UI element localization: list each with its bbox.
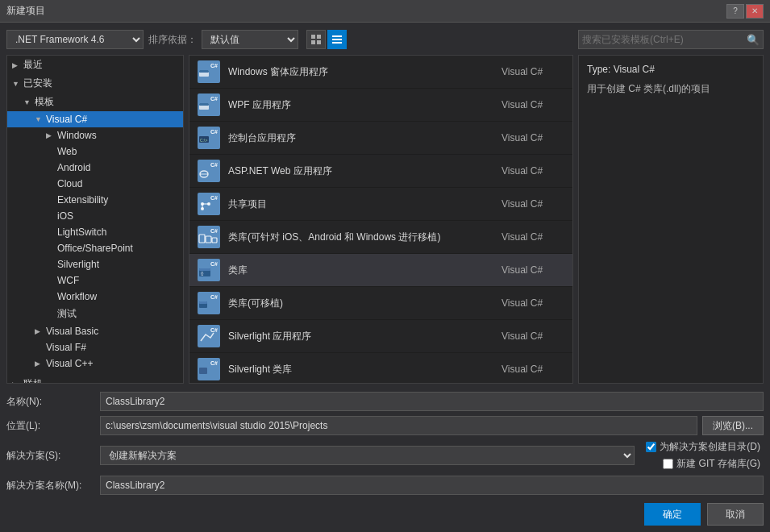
- tree-arrow-visual-cpp: [35, 360, 46, 368]
- browse-button[interactable]: 浏览(B)...: [702, 416, 764, 435]
- tree-label-android: Android: [57, 162, 90, 173]
- tree-item-android[interactable]: Android: [7, 160, 183, 176]
- template-row-windows-forms[interactable]: C# Windows 窗体应用程序 Visual C#: [189, 56, 572, 89]
- solution-select[interactable]: 创建新解决方案: [100, 446, 635, 465]
- svg-text:C#: C#: [210, 261, 218, 267]
- svg-text:C:\>: C:\>: [200, 138, 207, 143]
- template-lang-windows-forms: Visual C#: [502, 66, 566, 77]
- checkbox-git[interactable]: 新建 GIT 存储库(G): [663, 457, 760, 471]
- template-icon-windows-forms: C#: [196, 59, 222, 85]
- search-input[interactable]: [582, 34, 747, 45]
- tree-label-visual-cpp: Visual C++: [46, 358, 93, 369]
- tree-item-silverlight[interactable]: Silverlight: [7, 256, 183, 272]
- template-row-shared[interactable]: C# 共享项目 Visual C#: [189, 188, 572, 221]
- svg-rect-6: [332, 42, 342, 44]
- dialog-title: 新建项目: [6, 4, 45, 18]
- svg-text:C#: C#: [210, 96, 218, 102]
- tree-item-windows[interactable]: Windows: [7, 127, 183, 143]
- tree-item-visual-cpp[interactable]: Visual C++: [7, 355, 183, 372]
- template-lang-portable-library: Visual C#: [502, 297, 566, 309]
- tree-arrow-recent: [12, 61, 23, 69]
- checkbox-git-input[interactable]: [663, 459, 673, 469]
- form-row-location: 位置(L): 浏览(B)...: [6, 416, 764, 435]
- tree-item-online[interactable]: 联机: [7, 375, 183, 384]
- template-icon-portable-library: C#: [196, 290, 222, 316]
- template-row-silverlight-app[interactable]: C# Silverlight 应用程序 Visual C#: [189, 320, 572, 353]
- svg-rect-14: [199, 103, 209, 106]
- search-box: 🔍: [578, 30, 764, 49]
- tree-arrow-visual-csharp: [35, 115, 46, 123]
- tree-label-workflow: Workflow: [57, 291, 97, 302]
- checkbox-create-dir[interactable]: 为解决方案创建目录(D): [646, 440, 760, 454]
- template-row-portable-library[interactable]: C# 类库(可移植) Visual C#: [189, 287, 572, 320]
- template-row-console[interactable]: C# C:\> 控制台应用程序 Visual C#: [189, 122, 572, 155]
- tree-item-extensibility[interactable]: Extensibility: [7, 192, 183, 208]
- template-row-aspnet[interactable]: C# ASP.NET Web 应用程序 Visual C#: [189, 155, 572, 188]
- svg-rect-2: [311, 40, 315, 44]
- grid-view-button[interactable]: [306, 30, 326, 49]
- tree-item-web[interactable]: Web: [7, 143, 183, 160]
- template-list: C# Windows 窗体应用程序 Visual C# C#: [189, 56, 572, 384]
- tree-label-visual-basic: Visual Basic: [46, 326, 98, 337]
- template-name-shared: 共享项目: [228, 197, 495, 211]
- confirm-button[interactable]: 确定: [644, 503, 701, 526]
- tree-item-recent[interactable]: 最近: [7, 56, 183, 74]
- template-lang-wpf: Visual C#: [502, 99, 566, 110]
- tree-arrow-visual-basic: [35, 327, 46, 335]
- tree-item-visual-csharp[interactable]: Visual C#: [7, 111, 183, 127]
- checkboxes: 为解决方案创建目录(D) 新建 GIT 存储库(G): [646, 440, 764, 471]
- form-row-name: 名称(N):: [6, 392, 764, 411]
- solution-name-label: 解决方案名称(M):: [6, 479, 95, 493]
- name-input[interactable]: [100, 392, 764, 411]
- tree-item-ios[interactable]: iOS: [7, 208, 183, 224]
- search-icon[interactable]: 🔍: [747, 34, 760, 46]
- tree-item-templates[interactable]: 模板: [7, 93, 183, 111]
- tree-arrow-installed: [12, 80, 23, 88]
- template-name-class-library: 类库: [228, 264, 495, 277]
- template-row-silverlight-lib[interactable]: C# Silverlight 类库 Visual C#: [189, 353, 572, 384]
- svg-text:C#: C#: [210, 360, 218, 366]
- close-button[interactable]: ✕: [746, 4, 764, 19]
- cancel-button[interactable]: 取消: [707, 503, 764, 526]
- tree-item-cloud[interactable]: Cloud: [7, 176, 183, 192]
- template-name-wpf: WPF 应用程序: [228, 98, 495, 112]
- tree-item-visual-basic[interactable]: Visual Basic: [7, 323, 183, 339]
- template-name-portable-ios: 类库(可针对 iOS、Android 和 Windows 进行移植): [228, 231, 495, 244]
- tree-arrow-windows: [46, 131, 57, 139]
- template-row-portable-ios[interactable]: C# 类库(可针对 iOS、Android 和 Windows 进行移植) Vi…: [189, 221, 572, 254]
- template-lang-silverlight-app: Visual C#: [502, 330, 566, 342]
- tree-item-workflow[interactable]: Workflow: [7, 289, 183, 305]
- tree-item-test[interactable]: 测试: [7, 305, 183, 323]
- left-panel: 最近 已安装 模板 Visual C# Windows Web: [6, 55, 184, 384]
- solution-name-input[interactable]: [100, 476, 764, 495]
- svg-rect-10: [199, 70, 209, 73]
- tree-item-lightswitch[interactable]: LightSwitch: [7, 224, 183, 240]
- checkbox-create-dir-input[interactable]: [646, 442, 656, 452]
- tree-label-web: Web: [57, 146, 77, 157]
- checkbox-git-label: 新建 GIT 存储库(G): [676, 457, 760, 471]
- sort-select[interactable]: 默认值: [202, 30, 298, 49]
- svg-text:{}: {}: [201, 271, 204, 276]
- list-view-button[interactable]: [327, 30, 347, 49]
- title-bar: 新建项目 ? ✕: [0, 0, 770, 23]
- template-row-class-library[interactable]: C# {} 类库 Visual C#: [189, 254, 572, 287]
- template-icon-aspnet: C#: [196, 158, 222, 184]
- template-name-silverlight-lib: Silverlight 类库: [228, 363, 495, 376]
- template-icon-portable-ios: C#: [196, 224, 222, 250]
- location-input[interactable]: [100, 416, 697, 435]
- tree-item-wcf[interactable]: WCF: [7, 272, 183, 289]
- tree-label-office-sharepoint: Office/SharePoint: [57, 243, 133, 254]
- right-info-type: Type: Visual C#: [587, 64, 755, 75]
- help-button[interactable]: ?: [726, 4, 744, 19]
- tree-item-office-sharepoint[interactable]: Office/SharePoint: [7, 240, 183, 256]
- template-row-wpf[interactable]: C# WPF 应用程序 Visual C#: [189, 89, 572, 122]
- svg-rect-0: [311, 35, 315, 39]
- template-name-aspnet: ASP.NET Web 应用程序: [228, 164, 495, 178]
- framework-select[interactable]: .NET Framework 4.6: [6, 30, 144, 49]
- tree-item-installed[interactable]: 已安装: [7, 74, 183, 93]
- svg-text:C#: C#: [210, 129, 218, 135]
- template-lang-silverlight-lib: Visual C#: [502, 364, 566, 375]
- tree-label-visual-fsharp: Visual F#: [46, 342, 86, 353]
- template-icon-console: C# C:\>: [196, 125, 222, 151]
- tree-item-visual-fsharp[interactable]: Visual F#: [7, 339, 183, 355]
